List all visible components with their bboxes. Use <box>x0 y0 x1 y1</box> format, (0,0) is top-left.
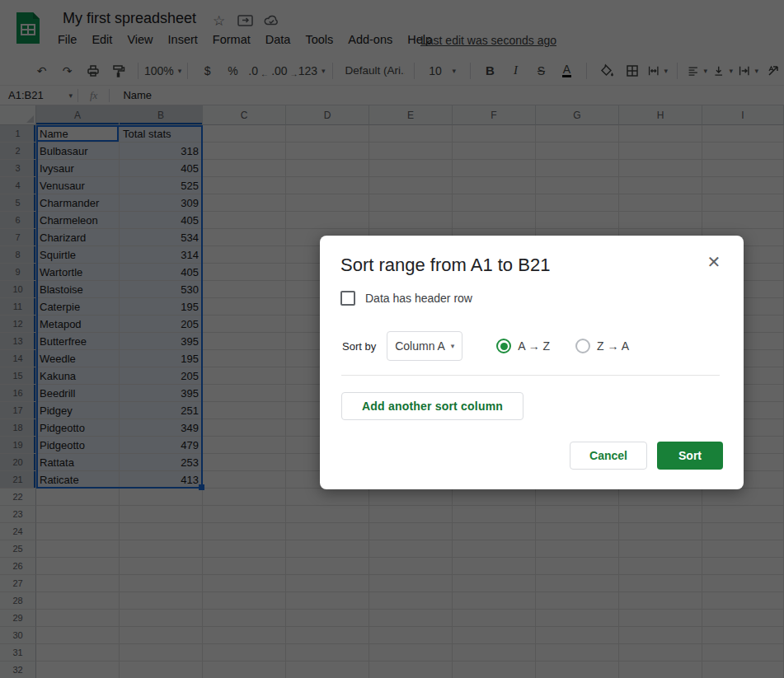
radio-unselected-icon <box>575 339 590 353</box>
dialog-divider <box>341 375 720 376</box>
descending-label: Z → A <box>597 339 629 353</box>
header-row-checkbox-label: Data has header row <box>365 292 472 305</box>
ascending-label: A → Z <box>518 339 550 353</box>
cancel-button[interactable]: Cancel <box>570 442 647 470</box>
sort-column-dropdown[interactable]: Column A ▾ <box>387 331 462 361</box>
sort-ascending-option[interactable]: A → Z <box>496 339 550 353</box>
sort-range-dialog: Sort range from A1 to B21 ✕ Data has hea… <box>320 236 744 489</box>
sort-column-value: Column A <box>395 339 445 353</box>
close-icon[interactable]: ✕ <box>704 252 724 272</box>
dialog-title: Sort range from A1 to B21 <box>340 255 550 276</box>
radio-selected-icon <box>496 339 511 353</box>
header-row-checkbox[interactable] <box>340 291 355 306</box>
sort-by-label: Sort by <box>342 340 376 353</box>
add-sort-column-button[interactable]: Add another sort column <box>341 392 523 420</box>
chevron-down-icon: ▾ <box>451 342 455 350</box>
sort-button[interactable]: Sort <box>657 442 723 470</box>
sort-descending-option[interactable]: Z → A <box>575 339 629 353</box>
